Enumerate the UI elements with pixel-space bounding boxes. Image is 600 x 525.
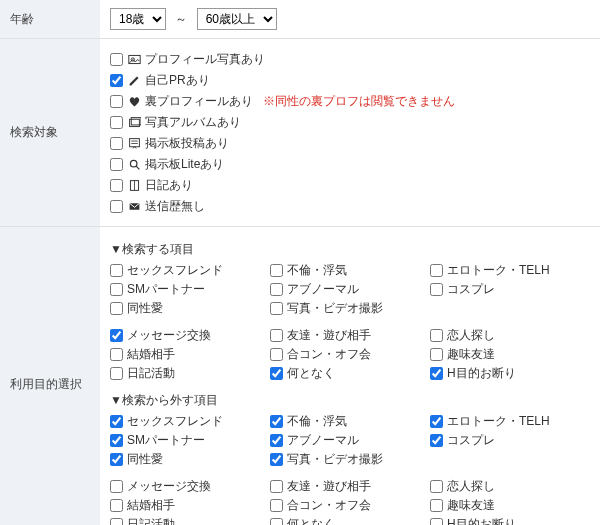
include-a-checkbox-7[interactable] bbox=[270, 302, 283, 315]
svg-rect-4 bbox=[129, 138, 139, 146]
exclude-a-label: コスプレ bbox=[447, 432, 495, 449]
target-checkbox-0[interactable] bbox=[110, 53, 123, 66]
target-checkbox-1[interactable] bbox=[110, 74, 123, 87]
age-to-select[interactable]: 60歳以上 bbox=[197, 8, 277, 30]
include-b-checkbox-4[interactable] bbox=[270, 348, 283, 361]
search-icon bbox=[127, 157, 141, 171]
exclude-b-checkbox-4[interactable] bbox=[270, 499, 283, 512]
include-a-checkbox-2[interactable] bbox=[430, 264, 443, 277]
target-label: 掲示板投稿あり bbox=[145, 134, 229, 152]
target-label: 裏プロフィールあり bbox=[145, 92, 253, 110]
target-label: 掲示板Liteあり bbox=[145, 155, 224, 173]
exclude-a-label: 写真・ビデオ撮影 bbox=[287, 451, 383, 468]
svg-point-7 bbox=[130, 160, 137, 167]
include-a-label: 不倫・浮気 bbox=[287, 262, 347, 279]
target-checkbox-4[interactable] bbox=[110, 137, 123, 150]
exclude-b-label: H目的お断り bbox=[447, 516, 516, 525]
include-b-checkbox-7[interactable] bbox=[270, 367, 283, 380]
exclude-b-label: メッセージ交換 bbox=[127, 478, 211, 495]
row-label-purpose: 利用目的選択 bbox=[0, 227, 100, 525]
exclude-a-checkbox-3[interactable] bbox=[110, 434, 123, 447]
exclude-b-checkbox-8[interactable] bbox=[430, 518, 443, 525]
include-a-checkbox-0[interactable] bbox=[110, 264, 123, 277]
include-title: ▼検索する項目 bbox=[110, 241, 590, 258]
exclude-a-label: セックスフレンド bbox=[127, 413, 223, 430]
include-b-checkbox-0[interactable] bbox=[110, 329, 123, 342]
include-b-label: 恋人探し bbox=[447, 327, 495, 344]
exclude-b-label: 趣味友達 bbox=[447, 497, 495, 514]
row-label-age: 年齢 bbox=[0, 0, 100, 38]
target-checkbox-6[interactable] bbox=[110, 179, 123, 192]
target-label: 送信歴無し bbox=[145, 197, 205, 215]
age-tilde: ～ bbox=[175, 12, 187, 26]
include-b-checkbox-1[interactable] bbox=[270, 329, 283, 342]
exclude-b-label: 友達・遊び相手 bbox=[287, 478, 371, 495]
include-b-label: 何となく bbox=[287, 365, 335, 382]
album-icon bbox=[127, 115, 141, 129]
include-b-label: H目的お断り bbox=[447, 365, 516, 382]
exclude-a-checkbox-5[interactable] bbox=[430, 434, 443, 447]
mail-icon bbox=[127, 199, 141, 213]
include-a-checkbox-3[interactable] bbox=[110, 283, 123, 296]
pencil-icon bbox=[127, 73, 141, 87]
include-b-label: 合コン・オフ会 bbox=[287, 346, 371, 363]
exclude-a-checkbox-0[interactable] bbox=[110, 415, 123, 428]
exclude-b-label: 恋人探し bbox=[447, 478, 495, 495]
include-a-label: 写真・ビデオ撮影 bbox=[287, 300, 383, 317]
board-icon bbox=[127, 136, 141, 150]
exclude-b-label: 結婚相手 bbox=[127, 497, 175, 514]
target-label: 写真アルバムあり bbox=[145, 113, 241, 131]
include-b-label: メッセージ交換 bbox=[127, 327, 211, 344]
include-b-label: 趣味友達 bbox=[447, 346, 495, 363]
exclude-a-checkbox-6[interactable] bbox=[110, 453, 123, 466]
include-a-label: SMパートナー bbox=[127, 281, 205, 298]
include-b-label: 結婚相手 bbox=[127, 346, 175, 363]
include-b-checkbox-3[interactable] bbox=[110, 348, 123, 361]
include-a-checkbox-6[interactable] bbox=[110, 302, 123, 315]
include-b-label: 友達・遊び相手 bbox=[287, 327, 371, 344]
target-checkbox-7[interactable] bbox=[110, 200, 123, 213]
exclude-b-checkbox-7[interactable] bbox=[270, 518, 283, 525]
target-checkbox-2[interactable] bbox=[110, 95, 123, 108]
exclude-b-checkbox-1[interactable] bbox=[270, 480, 283, 493]
exclude-b-label: 合コン・オフ会 bbox=[287, 497, 371, 514]
exclude-b-checkbox-0[interactable] bbox=[110, 480, 123, 493]
exclude-a-label: アブノーマル bbox=[287, 432, 359, 449]
include-b-checkbox-5[interactable] bbox=[430, 348, 443, 361]
include-a-checkbox-1[interactable] bbox=[270, 264, 283, 277]
photo-icon bbox=[127, 52, 141, 66]
exclude-a-checkbox-7[interactable] bbox=[270, 453, 283, 466]
target-checkbox-3[interactable] bbox=[110, 116, 123, 129]
include-b-checkbox-8[interactable] bbox=[430, 367, 443, 380]
include-a-label: 同性愛 bbox=[127, 300, 163, 317]
exclude-a-checkbox-2[interactable] bbox=[430, 415, 443, 428]
exclude-b-checkbox-6[interactable] bbox=[110, 518, 123, 525]
include-b-label: 日記活動 bbox=[127, 365, 175, 382]
exclude-b-label: 日記活動 bbox=[127, 516, 175, 525]
exclude-b-checkbox-2[interactable] bbox=[430, 480, 443, 493]
heart-icon bbox=[127, 94, 141, 108]
include-a-label: アブノーマル bbox=[287, 281, 359, 298]
exclude-b-checkbox-5[interactable] bbox=[430, 499, 443, 512]
include-b-checkbox-6[interactable] bbox=[110, 367, 123, 380]
target-warning: ※同性の裏プロフは閲覧できません bbox=[263, 92, 455, 110]
age-from-select[interactable]: 18歳 bbox=[110, 8, 166, 30]
diary-icon bbox=[127, 178, 141, 192]
exclude-a-label: 不倫・浮気 bbox=[287, 413, 347, 430]
include-b-checkbox-2[interactable] bbox=[430, 329, 443, 342]
exclude-b-checkbox-3[interactable] bbox=[110, 499, 123, 512]
row-label-target: 検索対象 bbox=[0, 39, 100, 226]
exclude-a-checkbox-1[interactable] bbox=[270, 415, 283, 428]
include-a-checkbox-4[interactable] bbox=[270, 283, 283, 296]
exclude-title: ▼検索から外す項目 bbox=[110, 392, 590, 409]
target-label: 自己PRあり bbox=[145, 71, 210, 89]
exclude-a-label: SMパートナー bbox=[127, 432, 205, 449]
target-checkbox-5[interactable] bbox=[110, 158, 123, 171]
include-a-label: コスプレ bbox=[447, 281, 495, 298]
include-a-label: エロトーク・TELH bbox=[447, 262, 550, 279]
include-a-checkbox-5[interactable] bbox=[430, 283, 443, 296]
exclude-a-label: エロトーク・TELH bbox=[447, 413, 550, 430]
exclude-b-label: 何となく bbox=[287, 516, 335, 525]
exclude-a-checkbox-4[interactable] bbox=[270, 434, 283, 447]
exclude-a-label: 同性愛 bbox=[127, 451, 163, 468]
